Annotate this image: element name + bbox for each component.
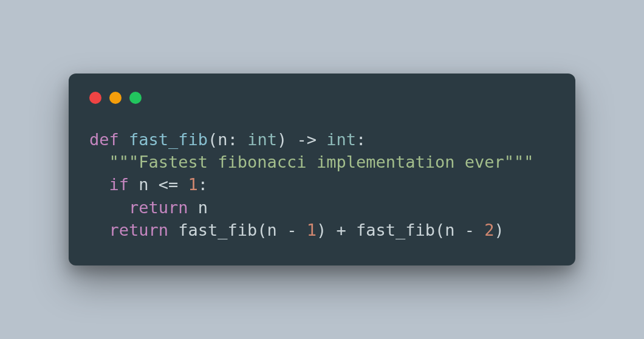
token-sp	[89, 221, 109, 239]
token-punc: :	[356, 130, 366, 149]
token-id: ) + fast_fib(n -	[317, 221, 484, 239]
token-punc: (	[208, 130, 218, 149]
token-kw: def	[89, 130, 119, 149]
token-id: n	[188, 198, 208, 217]
close-icon[interactable]	[89, 92, 101, 104]
token-id: n	[218, 130, 227, 149]
token-sp	[89, 152, 109, 171]
token-num: 1	[188, 175, 198, 194]
code-line: return n	[89, 196, 555, 219]
token-id: fast_fib(n -	[168, 221, 307, 239]
token-op: n <=	[129, 175, 188, 194]
code-line: """Fastest fibonacci implementation ever…	[89, 151, 555, 173]
token-sp	[89, 175, 109, 194]
token-kw: return	[129, 198, 188, 217]
code-line: return fast_fib(n - 1) + fast_fib(n - 2)	[89, 219, 555, 241]
token-str: """Fastest fibonacci implementation ever…	[109, 152, 534, 171]
titlebar	[89, 92, 555, 104]
token-kw: return	[109, 221, 169, 239]
code-line: if n <= 1:	[89, 173, 555, 196]
token-punc: )	[277, 130, 287, 149]
token-punc: )	[495, 221, 504, 239]
token-punc: :	[228, 130, 248, 149]
token-kw: if	[109, 175, 129, 194]
token-op: ->	[287, 130, 326, 149]
code-line: def fast_fib(n: int) -> int:	[89, 128, 555, 151]
token-num: 2	[484, 221, 494, 239]
token-type: int	[326, 130, 356, 149]
token-sp	[89, 198, 129, 217]
token-num: 1	[307, 221, 317, 239]
token-sp	[119, 130, 129, 149]
token-funcname: fast_fib	[129, 130, 208, 149]
code-block: def fast_fib(n: int) -> int: """Fastest …	[89, 128, 555, 241]
zoom-icon[interactable]	[129, 92, 142, 104]
code-window: def fast_fib(n: int) -> int: """Fastest …	[69, 74, 575, 265]
token-type: int	[247, 130, 277, 149]
minimize-icon[interactable]	[109, 92, 122, 104]
token-punc: :	[198, 175, 208, 194]
